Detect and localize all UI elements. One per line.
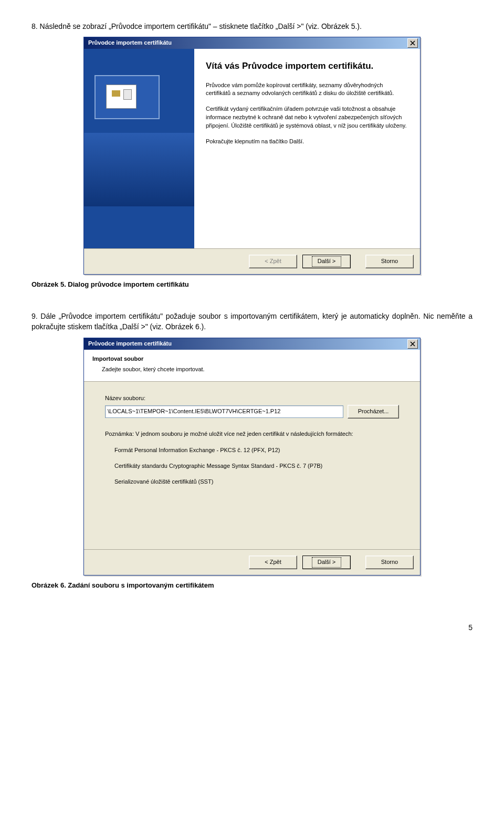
wizard-step-subtitle: Zadejte soubor, který chcete importovat.: [92, 365, 412, 374]
step-8-body: Následně se zobrazí „Průvodce importem c…: [40, 22, 362, 30]
step-9-body: Dále „Průvodce importem certifikátu" pož…: [32, 312, 472, 331]
close-icon[interactable]: [407, 339, 418, 349]
wizard-step-header: Importovat soubor Zadejte soubor, který …: [84, 350, 420, 382]
back-button[interactable]: < Zpět: [249, 556, 297, 569]
back-button[interactable]: < Zpět: [249, 255, 297, 268]
dialog-wizard-welcome: Průvodce importem certifikátu Vítá vás P…: [83, 37, 421, 275]
dialog-wizard-welcome-wrapper: Průvodce importem certifikátu Vítá vás P…: [83, 37, 421, 275]
step-9-text: 9. Dále „Průvodce importem certifikátu" …: [32, 311, 472, 332]
browse-button-label: Procházet...: [358, 407, 389, 416]
wizard-body: Vítá vás Průvodce importem certifikátu. …: [84, 49, 420, 248]
format-note: Poznámka: V jednom souboru je možné ulož…: [105, 430, 399, 438]
cancel-button-label: Storno: [381, 558, 398, 567]
wizard-paragraph-2: Certifikát vydaný certifikačním úřadem p…: [206, 105, 408, 130]
caption-figure-5: Obrázek 5. Dialog průvodce importem cert…: [32, 280, 472, 290]
titlebar-text: Průvodce importem certifikátu: [86, 39, 407, 47]
cancel-button[interactable]: Storno: [365, 255, 414, 268]
wizard-paragraph-1: Průvodce vám pomůže kopírovat certifikát…: [206, 81, 408, 98]
certificate-icon: [106, 85, 136, 109]
wizard-step-title: Importovat soubor: [92, 355, 412, 363]
caption-figure-6: Obrázek 6. Zadání souboru s importovaným…: [32, 581, 472, 591]
wizard-content: Název souboru: \LOCALS~1\TEMPOR~1\Conten…: [84, 382, 420, 549]
filename-input[interactable]: \LOCALS~1\TEMPOR~1\Content.IE5\BLWOT7VH\…: [105, 405, 343, 418]
step-9-number: 9.: [32, 312, 38, 320]
filename-row: \LOCALS~1\TEMPOR~1\Content.IE5\BLWOT7VH\…: [105, 405, 399, 418]
format-option-3: Serializované úložiště certifikátů (SST): [105, 478, 399, 486]
format-option-1: Formát Personal Information Exchange - P…: [105, 446, 399, 455]
format-option-2: Certifikáty standardu Cryptographic Mess…: [105, 462, 399, 470]
titlebar: Průvodce importem certifikátu: [84, 37, 420, 49]
wizard-content: Vítá vás Průvodce importem certifikátu. …: [194, 49, 420, 248]
wizard-heading: Vítá vás Průvodce importem certifikátu.: [206, 60, 408, 71]
button-row: < Zpět Další > Storno: [84, 248, 420, 274]
close-icon[interactable]: [407, 38, 418, 48]
dialog-wizard-file-wrapper: Průvodce importem certifikátu Importovat…: [83, 338, 421, 576]
cancel-button-label: Storno: [381, 257, 398, 266]
titlebar-text: Průvodce importem certifikátu: [86, 340, 407, 348]
next-button-label: Další >: [312, 557, 342, 568]
next-button[interactable]: Další >: [302, 255, 351, 268]
button-row: < Zpět Další > Storno: [84, 549, 420, 575]
next-button[interactable]: Další >: [302, 556, 351, 569]
cancel-button[interactable]: Storno: [365, 556, 414, 569]
wizard-sidebar-graphic: [84, 49, 194, 248]
titlebar: Průvodce importem certifikátu: [84, 338, 420, 350]
page-number: 5: [32, 622, 472, 633]
filename-label: Název souboru:: [105, 394, 399, 403]
filename-value: \LOCALS~1\TEMPOR~1\Content.IE5\BLWOT7VH\…: [108, 407, 280, 416]
back-button-label: < Zpět: [265, 558, 281, 567]
wizard-paragraph-3: Pokračujte klepnutím na tlačítko Další.: [206, 138, 408, 146]
browse-button[interactable]: Procházet...: [348, 405, 399, 418]
wizard-body: Importovat soubor Zadejte soubor, který …: [84, 350, 420, 549]
step-8-number: 8.: [32, 22, 38, 30]
back-button-label: < Zpět: [265, 257, 281, 266]
step-8-text: 8. Následně se zobrazí „Průvodce importe…: [32, 21, 472, 32]
dialog-wizard-file: Průvodce importem certifikátu Importovat…: [83, 338, 421, 576]
next-button-label: Další >: [312, 256, 342, 267]
